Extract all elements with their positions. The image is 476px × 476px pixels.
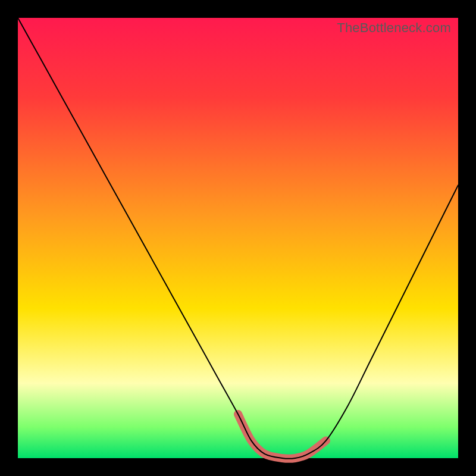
plot-area: TheBottleneck.com bbox=[18, 18, 458, 458]
bottleneck-curve bbox=[18, 18, 458, 459]
chart-frame: TheBottleneck.com bbox=[0, 0, 476, 476]
curve-layer bbox=[18, 18, 458, 458]
